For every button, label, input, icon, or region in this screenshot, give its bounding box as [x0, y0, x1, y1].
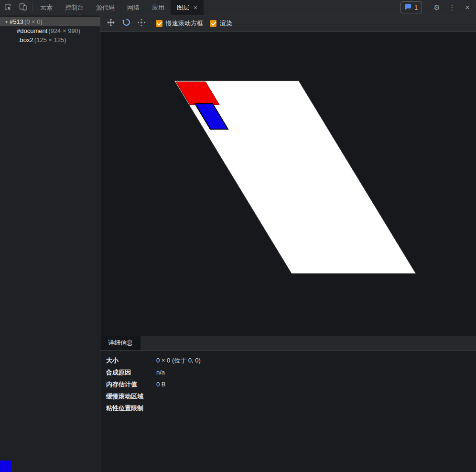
layer-tree-sidebar: ▾ #513 (0 × 0) #document (924 × 990) .bo… — [0, 15, 100, 472]
tab-details[interactable]: 详细信息 — [100, 336, 141, 350]
tree-row-box2[interactable]: .box2 (125 × 125) — [0, 35, 100, 44]
reset-view-button[interactable] — [134, 17, 149, 30]
layers-3d-canvas — [100, 32, 476, 336]
tab-label: 网络 — [127, 3, 140, 12]
layers-3d-viewport[interactable] — [100, 32, 476, 336]
details-content: 大小 0 × 0 (位于 0, 0) 合成原因 n/a 内存估计值 0 B 缓慢… — [100, 351, 476, 472]
devtools-topbar: 元素 控制台 源代码 网络 应用 图层 × 1 ⚙ — [0, 0, 476, 15]
close-devtools-button[interactable]: × — [460, 3, 475, 11]
tab-label: 控制台 — [65, 3, 84, 12]
pan-mode-button[interactable] — [103, 17, 119, 30]
details-tab-strip: 详细信息 — [100, 336, 476, 351]
slow-scroll-label: 慢速滚动方框 — [166, 19, 203, 28]
detail-row-sticky-constraints: 粘性位置限制 — [106, 405, 476, 412]
detail-value: n/a — [156, 369, 165, 376]
detail-label: 缓慢滚动区域 — [106, 393, 156, 400]
detail-row-size: 大小 0 × 0 (位于 0, 0) — [106, 357, 476, 364]
detail-value: 0 B — [156, 381, 166, 388]
layer-name: #513 — [10, 18, 23, 25]
issues-count: 1 — [414, 4, 418, 11]
panel-tabs: 元素 控制台 源代码 网络 应用 图层 × — [34, 0, 204, 15]
tab-network[interactable]: 网络 — [121, 0, 146, 15]
page-blue-box — [0, 461, 12, 472]
rotate-mode-button[interactable] — [119, 17, 134, 30]
layer-name: #document — [17, 27, 47, 34]
detail-label: 粘性位置限制 — [106, 405, 156, 412]
close-tab-icon[interactable]: × — [194, 4, 197, 11]
slow-scroll-checkbox[interactable] — [156, 20, 162, 27]
detail-value: 0 × 0 (位于 0, 0) — [156, 357, 201, 364]
tree-row-document[interactable]: #document (924 × 990) — [0, 26, 100, 35]
reset-view-icon — [137, 18, 146, 29]
paints-checkbox[interactable] — [210, 20, 216, 27]
device-toolbar-button[interactable] — [15, 0, 31, 15]
close-icon: × — [465, 3, 470, 11]
inspect-icon — [4, 3, 11, 12]
tab-layers[interactable]: 图层 × — [171, 0, 204, 15]
rotate-icon — [122, 18, 131, 29]
paints-label: 渲染 — [220, 19, 232, 28]
detail-row-slow-scroll-regions: 缓慢滚动区域 — [106, 393, 476, 400]
tab-label: 源代码 — [96, 3, 115, 12]
layers-panel-main: 慢速滚动方框 渲染 详细信息 大小 0 × 0 (位于 0, 0) 合成原因 n… — [100, 15, 476, 472]
tree-row-513[interactable]: ▾ #513 (0 × 0) — [0, 17, 100, 26]
settings-button[interactable]: ⚙ — [429, 4, 444, 11]
tab-application[interactable]: 应用 — [146, 0, 171, 15]
layer-size: (924 × 990) — [48, 27, 80, 34]
tab-label: 应用 — [152, 3, 164, 12]
toolbar-divider — [32, 3, 32, 11]
tab-label: 图层 — [177, 3, 189, 12]
tab-label: 元素 — [40, 3, 53, 12]
detail-row-compositing-reason: 合成原因 n/a — [106, 369, 476, 376]
slow-scroll-toggle[interactable]: 慢速滚动方框 — [156, 19, 203, 28]
tab-elements[interactable]: 元素 — [34, 0, 59, 15]
detail-label: 内存估计值 — [106, 381, 156, 388]
topbar-right-controls: 1 ⚙ ⋮ × — [400, 0, 476, 15]
gear-icon: ⚙ — [433, 4, 440, 11]
layer-name: .box2 — [18, 36, 33, 44]
tab-sources[interactable]: 源代码 — [90, 0, 121, 15]
layers-toolbar: 慢速滚动方框 渲染 — [100, 15, 476, 32]
detail-label: 合成原因 — [106, 369, 156, 376]
layer-size: (125 × 125) — [34, 36, 66, 44]
detail-label: 大小 — [106, 357, 156, 364]
device-toolbar-icon — [19, 3, 27, 12]
paints-toggle[interactable]: 渲染 — [210, 19, 232, 28]
more-options-button[interactable]: ⋮ — [444, 4, 460, 11]
expander-icon[interactable]: ▾ — [3, 20, 10, 24]
detail-row-memory-estimate: 内存估计值 0 B — [106, 381, 476, 388]
issues-icon — [405, 3, 411, 11]
tab-console[interactable]: 控制台 — [59, 0, 90, 15]
kebab-icon: ⋮ — [449, 4, 456, 11]
inspect-element-button[interactable] — [0, 0, 15, 15]
pan-icon — [107, 18, 115, 29]
layer-size: (0 × 0) — [24, 18, 43, 25]
issues-badge[interactable]: 1 — [400, 1, 422, 13]
